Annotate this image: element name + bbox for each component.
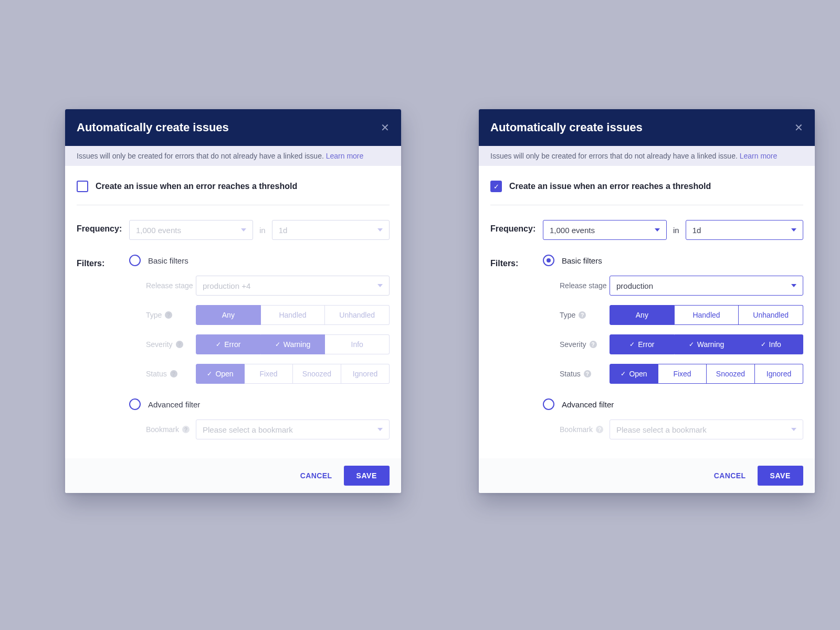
cancel-button[interactable]: CANCEL [300,471,332,480]
radio-advanced-filter[interactable] [129,398,141,410]
dialog-footer: CANCEL SAVE [65,458,401,493]
save-button[interactable]: SAVE [344,466,390,486]
threshold-checkbox[interactable] [77,181,88,192]
severity-error-toggle[interactable]: ✓Error [196,334,261,354]
check-icon: ✓ [621,370,626,377]
status-open-toggle[interactable]: ✓Open [610,364,658,384]
severity-label: Severity [146,340,173,349]
type-any-toggle[interactable]: Any [610,305,675,325]
dialog-header: Automatically create issues ✕ [479,109,815,146]
bookmark-label: Bookmark [146,425,179,434]
filters-label: Filters: [490,255,543,268]
frequency-label: Frequency: [490,220,543,234]
check-icon: ✓ [689,341,694,348]
status-open-toggle[interactable]: ✓Open [196,364,245,384]
help-icon[interactable]: ? [170,370,177,377]
bookmark-placeholder: Please select a bookmark [203,425,293,434]
radio-basic-filters-label: Basic filters [148,256,188,265]
chevron-down-icon [791,284,796,287]
help-icon[interactable]: ? [176,341,183,348]
help-icon[interactable]: ? [584,370,591,377]
check-icon: ✓ [207,370,212,377]
status-fixed-toggle[interactable]: Fixed [245,364,293,384]
status-ignored-toggle[interactable]: Ignored [341,364,390,384]
bookmark-placeholder: Please select a bookmark [616,425,707,434]
severity-info-toggle[interactable]: ✓Info [739,334,803,354]
frequency-period-select[interactable]: 1d [686,220,803,240]
type-unhandled-toggle[interactable]: Unhandled [739,305,803,325]
threshold-checkbox-label: Create an issue when an error reaches a … [509,182,711,191]
help-icon[interactable]: ? [165,311,172,319]
info-text: Issues will only be created for errors t… [490,152,740,160]
info-bar: Issues will only be created for errors t… [65,146,401,166]
close-icon[interactable]: ✕ [794,122,803,133]
status-label: Status [146,370,167,378]
release-stage-select[interactable]: production +4 [196,276,390,296]
dialog-title: Automatically create issues [490,121,643,134]
threshold-checkbox[interactable]: ✓ [490,181,502,192]
help-icon[interactable]: ? [590,341,597,348]
dialog-header: Automatically create issues ✕ [65,109,401,146]
release-stage-select[interactable]: production [610,276,803,296]
status-snoozed-toggle[interactable]: Snoozed [707,364,755,384]
threshold-checkbox-label: Create an issue when an error reaches a … [96,182,297,191]
radio-basic-filters[interactable] [129,255,141,266]
frequency-events-select[interactable]: 1,000 events [543,220,667,240]
frequency-period-select[interactable]: 1d [272,220,390,240]
info-text: Issues will only be created for errors t… [77,152,326,160]
chevron-down-icon [377,428,383,431]
dialog-title: Automatically create issues [77,121,229,134]
learn-more-link[interactable]: Learn more [326,152,364,160]
learn-more-link[interactable]: Learn more [740,152,778,160]
info-bar: Issues will only be created for errors t… [479,146,815,166]
filters-label: Filters: [77,255,129,268]
check-icon: ✓ [629,341,635,348]
close-icon[interactable]: ✕ [381,122,390,133]
frequency-events-select[interactable]: 1,000 events [129,220,253,240]
severity-label: Severity [560,340,586,349]
help-icon[interactable]: ? [579,311,586,319]
release-stage-value: production [616,281,653,290]
chevron-down-icon [377,284,383,287]
radio-basic-filters-label: Basic filters [562,256,602,265]
save-button[interactable]: SAVE [758,466,804,486]
check-icon: ✓ [216,341,221,348]
frequency-period-value: 1d [279,226,288,235]
type-handled-toggle[interactable]: Handled [675,305,739,325]
frequency-joiner: in [673,226,679,235]
frequency-joiner: in [259,226,266,235]
severity-warning-toggle[interactable]: ✓Warning [675,334,739,354]
type-handled-toggle[interactable]: Handled [261,305,326,325]
radio-advanced-filter-label: Advanced filter [148,400,200,409]
bookmark-label: Bookmark [560,425,593,434]
check-icon: ✓ [761,341,766,348]
frequency-label: Frequency: [77,220,129,234]
type-unhandled-toggle[interactable]: Unhandled [325,305,390,325]
frequency-period-value: 1d [692,226,701,235]
type-label: Type [146,311,162,319]
chevron-down-icon [655,228,660,232]
bookmark-select[interactable]: Please select a bookmark [196,419,390,439]
radio-advanced-filter[interactable] [543,398,554,410]
severity-warning-toggle[interactable]: ✓Warning [261,334,326,354]
radio-advanced-filter-label: Advanced filter [562,400,614,409]
status-snoozed-toggle[interactable]: Snoozed [293,364,341,384]
bookmark-select[interactable]: Please select a bookmark [610,419,803,439]
dialog-footer: CANCEL SAVE [479,458,815,493]
type-any-toggle[interactable]: Any [196,305,261,325]
severity-info-toggle[interactable]: Info [325,334,390,354]
cancel-button[interactable]: CANCEL [714,471,746,480]
dialog-auto-create-issues: Automatically create issues ✕ Issues wil… [65,109,401,493]
type-label: Type [560,311,575,319]
status-fixed-toggle[interactable]: Fixed [658,364,707,384]
release-stage-label: Release stage [146,281,196,290]
severity-error-toggle[interactable]: ✓Error [610,334,675,354]
status-ignored-toggle[interactable]: Ignored [755,364,803,384]
radio-basic-filters[interactable] [543,255,554,266]
check-icon: ✓ [494,183,499,190]
chevron-down-icon [791,428,796,431]
help-icon[interactable]: ? [182,426,190,433]
release-stage-value: production +4 [203,281,250,290]
frequency-events-value: 1,000 events [550,226,595,235]
help-icon[interactable]: ? [596,426,603,433]
